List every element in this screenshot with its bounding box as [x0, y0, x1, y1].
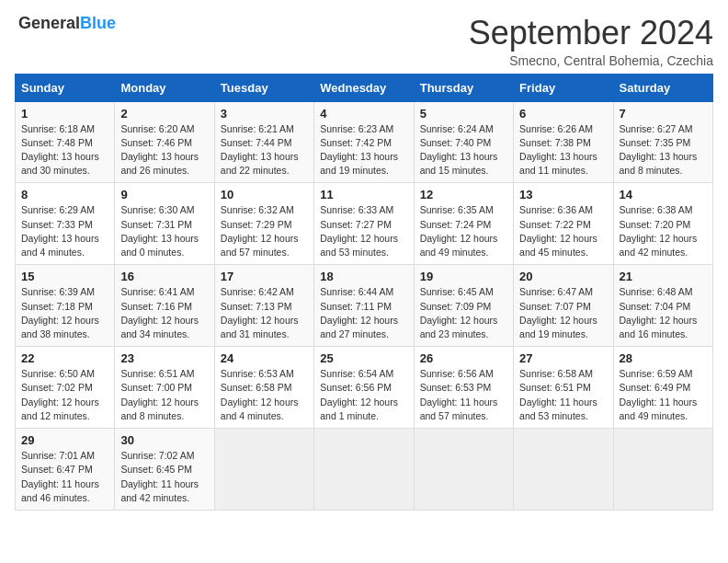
calendar-cell-empty [514, 429, 613, 511]
calendar-cell-17: 17Sunrise: 6:42 AM Sunset: 7:13 PM Dayli… [214, 265, 313, 347]
day-info: Sunrise: 6:44 AM Sunset: 7:11 PM Dayligh… [320, 285, 407, 341]
day-info: Sunrise: 6:23 AM Sunset: 7:42 PM Dayligh… [320, 122, 407, 178]
day-info: Sunrise: 6:42 AM Sunset: 7:13 PM Dayligh… [221, 285, 308, 341]
weekday-header-tuesday: Tuesday [214, 74, 313, 101]
day-info: Sunrise: 6:54 AM Sunset: 6:56 PM Dayligh… [320, 367, 407, 423]
day-number: 7 [620, 107, 707, 121]
day-number: 15 [21, 270, 108, 283]
location-subtitle: Smecno, Central Bohemia, Czechia [469, 53, 713, 68]
calendar-cell-21: 21Sunrise: 6:48 AM Sunset: 7:04 PM Dayli… [613, 265, 712, 347]
day-info: Sunrise: 6:21 AM Sunset: 7:44 PM Dayligh… [221, 122, 308, 178]
calendar-cell-18: 18Sunrise: 6:44 AM Sunset: 7:11 PM Dayli… [314, 265, 414, 347]
logo-text: GeneralBlue [18, 15, 116, 33]
calendar-cell-24: 24Sunrise: 6:53 AM Sunset: 6:58 PM Dayli… [214, 347, 313, 429]
calendar-cell-27: 27Sunrise: 6:58 AM Sunset: 6:51 PM Dayli… [514, 347, 613, 429]
day-number: 26 [420, 351, 507, 365]
calendar-cell-28: 28Sunrise: 6:59 AM Sunset: 6:49 PM Dayli… [613, 347, 712, 429]
day-info: Sunrise: 6:41 AM Sunset: 7:16 PM Dayligh… [120, 285, 208, 341]
day-number: 23 [120, 351, 208, 365]
calendar-cell-22: 22Sunrise: 6:50 AM Sunset: 7:02 PM Dayli… [16, 347, 115, 429]
day-number: 2 [120, 107, 208, 121]
weekday-header-friday: Friday [514, 74, 613, 101]
day-info: Sunrise: 6:24 AM Sunset: 7:40 PM Dayligh… [420, 122, 507, 178]
day-info: Sunrise: 6:18 AM Sunset: 7:48 PM Dayligh… [21, 122, 108, 178]
logo-general: General [18, 14, 80, 32]
day-number: 3 [221, 107, 308, 121]
calendar-cell-14: 14Sunrise: 6:38 AM Sunset: 7:20 PM Dayli… [613, 183, 712, 265]
day-number: 21 [620, 270, 707, 283]
day-info: Sunrise: 6:56 AM Sunset: 6:53 PM Dayligh… [420, 367, 507, 423]
calendar-cell-30: 30Sunrise: 7:02 AM Sunset: 6:45 PM Dayli… [115, 429, 214, 511]
calendar-cell-26: 26Sunrise: 6:56 AM Sunset: 6:53 PM Dayli… [414, 347, 513, 429]
day-info: Sunrise: 6:45 AM Sunset: 7:09 PM Dayligh… [420, 285, 507, 341]
calendar-cell-1: 1Sunrise: 6:18 AM Sunset: 7:48 PM Daylig… [16, 101, 115, 183]
day-number: 24 [221, 351, 308, 365]
day-info: Sunrise: 6:33 AM Sunset: 7:27 PM Dayligh… [320, 203, 407, 259]
day-number: 8 [21, 188, 108, 201]
calendar-cell-16: 16Sunrise: 6:41 AM Sunset: 7:16 PM Dayli… [115, 265, 214, 347]
calendar-cell-15: 15Sunrise: 6:39 AM Sunset: 7:18 PM Dayli… [16, 265, 115, 347]
day-number: 18 [320, 270, 407, 283]
weekday-header-thursday: Thursday [414, 74, 513, 101]
day-number: 6 [519, 107, 607, 121]
calendar-cell-empty [314, 429, 414, 511]
day-info: Sunrise: 6:47 AM Sunset: 7:07 PM Dayligh… [519, 285, 607, 341]
day-info: Sunrise: 6:35 AM Sunset: 7:24 PM Dayligh… [420, 203, 507, 259]
day-number: 9 [120, 188, 208, 201]
calendar-cell-9: 9Sunrise: 6:30 AM Sunset: 7:31 PM Daylig… [115, 183, 214, 265]
day-number: 25 [320, 351, 407, 365]
day-info: Sunrise: 6:50 AM Sunset: 7:02 PM Dayligh… [21, 367, 108, 423]
weekday-header-saturday: Saturday [613, 74, 712, 101]
day-number: 4 [320, 107, 407, 121]
day-info: Sunrise: 6:48 AM Sunset: 7:04 PM Dayligh… [620, 285, 707, 341]
calendar-cell-13: 13Sunrise: 6:36 AM Sunset: 7:22 PM Dayli… [514, 183, 613, 265]
day-info: Sunrise: 6:32 AM Sunset: 7:29 PM Dayligh… [221, 203, 308, 259]
day-info: Sunrise: 6:20 AM Sunset: 7:46 PM Dayligh… [120, 122, 208, 178]
day-number: 11 [320, 188, 407, 201]
calendar-table: SundayMondayTuesdayWednesdayThursdayFrid… [15, 74, 713, 511]
day-number: 1 [21, 107, 108, 121]
day-info: Sunrise: 6:39 AM Sunset: 7:18 PM Dayligh… [21, 285, 108, 341]
day-info: Sunrise: 6:53 AM Sunset: 6:58 PM Dayligh… [221, 367, 308, 423]
day-number: 14 [620, 188, 707, 201]
day-number: 12 [420, 188, 507, 201]
calendar-cell-20: 20Sunrise: 6:47 AM Sunset: 7:07 PM Dayli… [514, 265, 613, 347]
weekday-header-row: SundayMondayTuesdayWednesdayThursdayFrid… [16, 74, 713, 101]
calendar-cell-empty [414, 429, 513, 511]
weekday-header-wednesday: Wednesday [314, 74, 414, 101]
day-info: Sunrise: 7:02 AM Sunset: 6:45 PM Dayligh… [120, 449, 208, 505]
calendar-week-1: 8Sunrise: 6:29 AM Sunset: 7:33 PM Daylig… [16, 183, 713, 265]
calendar-cell-11: 11Sunrise: 6:33 AM Sunset: 7:27 PM Dayli… [314, 183, 414, 265]
calendar-cell-7: 7Sunrise: 6:27 AM Sunset: 7:35 PM Daylig… [613, 101, 712, 183]
day-number: 29 [21, 433, 108, 447]
calendar-cell-3: 3Sunrise: 6:21 AM Sunset: 7:44 PM Daylig… [214, 101, 313, 183]
calendar-cell-19: 19Sunrise: 6:45 AM Sunset: 7:09 PM Dayli… [414, 265, 513, 347]
day-number: 28 [620, 351, 707, 365]
calendar-cell-29: 29Sunrise: 7:01 AM Sunset: 6:47 PM Dayli… [16, 429, 115, 511]
calendar-cell-empty [613, 429, 712, 511]
day-info: Sunrise: 6:29 AM Sunset: 7:33 PM Dayligh… [21, 203, 108, 259]
day-number: 20 [519, 270, 607, 283]
calendar-cell-2: 2Sunrise: 6:20 AM Sunset: 7:46 PM Daylig… [115, 101, 214, 183]
day-number: 13 [519, 188, 607, 201]
day-number: 30 [120, 433, 208, 447]
calendar-week-3: 22Sunrise: 6:50 AM Sunset: 7:02 PM Dayli… [16, 347, 713, 429]
calendar-cell-25: 25Sunrise: 6:54 AM Sunset: 6:56 PM Dayli… [314, 347, 414, 429]
calendar-cell-8: 8Sunrise: 6:29 AM Sunset: 7:33 PM Daylig… [16, 183, 115, 265]
title-area: September 2024 Smecno, Central Bohemia, … [469, 15, 713, 68]
day-info: Sunrise: 7:01 AM Sunset: 6:47 PM Dayligh… [21, 449, 108, 505]
weekday-header-monday: Monday [115, 74, 214, 101]
day-info: Sunrise: 6:58 AM Sunset: 6:51 PM Dayligh… [519, 367, 607, 423]
day-number: 27 [519, 351, 607, 365]
day-info: Sunrise: 6:26 AM Sunset: 7:38 PM Dayligh… [519, 122, 607, 178]
calendar-cell-4: 4Sunrise: 6:23 AM Sunset: 7:42 PM Daylig… [314, 101, 414, 183]
day-info: Sunrise: 6:30 AM Sunset: 7:31 PM Dayligh… [120, 203, 208, 259]
calendar-cell-10: 10Sunrise: 6:32 AM Sunset: 7:29 PM Dayli… [214, 183, 313, 265]
calendar-cell-empty [214, 429, 313, 511]
calendar-week-2: 15Sunrise: 6:39 AM Sunset: 7:18 PM Dayli… [16, 265, 713, 347]
day-number: 16 [120, 270, 208, 283]
day-number: 19 [420, 270, 507, 283]
logo-blue: Blue [80, 14, 116, 32]
day-info: Sunrise: 6:59 AM Sunset: 6:49 PM Dayligh… [620, 367, 707, 423]
header: GeneralBlue September 2024 Smecno, Centr… [15, 15, 713, 68]
